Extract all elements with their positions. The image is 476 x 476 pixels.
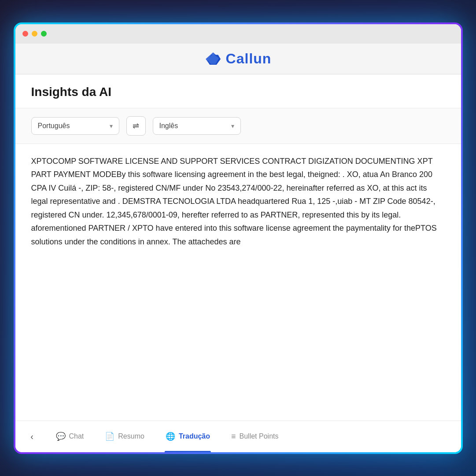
title-bar xyxy=(15,24,461,44)
target-chevron-icon: ▾ xyxy=(231,122,234,129)
resumo-label: Resumo xyxy=(118,432,144,440)
document-text: XPTOCOMP SOFTWARE LICENSE AND SUPPORT SE… xyxy=(31,155,445,249)
callun-logo-icon xyxy=(205,52,221,66)
translation-controls: Português ▾ ⇌ Inglês ▾ xyxy=(15,108,461,144)
maximize-button[interactable] xyxy=(41,31,47,37)
traducao-label: Tradução xyxy=(179,432,210,440)
app-logo-text: Callun xyxy=(226,51,272,67)
swap-icon: ⇌ xyxy=(133,121,139,131)
target-language-label: Inglês xyxy=(159,122,228,130)
nav-tab-chat[interactable]: 💬Chat xyxy=(45,421,95,452)
document-content: XPTOCOMP SOFTWARE LICENSE AND SUPPORT SE… xyxy=(15,144,461,421)
swap-languages-button[interactable]: ⇌ xyxy=(126,116,146,136)
nav-back-button[interactable]: ‹ xyxy=(24,428,40,444)
app-frame: Callun Insights da AI Português ▾ ⇌ Ingl… xyxy=(14,22,463,454)
main-content: Insights da AI Português ▾ ⇌ Inglês ▾ XP… xyxy=(15,74,461,452)
app-header: Callun xyxy=(15,44,461,74)
browser-window: Callun Insights da AI Português ▾ ⇌ Ingl… xyxy=(15,24,461,452)
page-title-section: Insights da AI xyxy=(15,74,461,108)
page-title: Insights da AI xyxy=(31,85,445,99)
nav-tab-resumo[interactable]: 📄Resumo xyxy=(94,421,155,452)
source-language-label: Português xyxy=(38,122,106,130)
source-language-select[interactable]: Português ▾ xyxy=(31,117,119,135)
minimize-button[interactable] xyxy=(32,31,37,37)
nav-tab-traducao[interactable]: 🌐Tradução xyxy=(155,421,221,452)
chat-icon: 💬 xyxy=(56,432,66,441)
traducao-icon: 🌐 xyxy=(166,432,175,441)
resumo-icon: 📄 xyxy=(105,432,114,441)
nav-tab-bullet_points[interactable]: ≡Bullet Points xyxy=(221,421,289,452)
close-button[interactable] xyxy=(22,31,28,37)
traffic-lights xyxy=(22,31,47,37)
bullet_points-label: Bullet Points xyxy=(240,432,279,440)
back-arrow-icon: ‹ xyxy=(30,432,33,442)
logo-container: Callun xyxy=(205,51,272,67)
nav-tabs: 💬Chat📄Resumo🌐Tradução≡Bullet Points xyxy=(45,421,452,452)
chat-label: Chat xyxy=(69,432,84,440)
source-chevron-icon: ▾ xyxy=(110,122,113,129)
bottom-nav: ‹ 💬Chat📄Resumo🌐Tradução≡Bullet Points xyxy=(15,421,461,452)
bullet_points-icon: ≡ xyxy=(231,432,236,441)
target-language-select[interactable]: Inglês ▾ xyxy=(153,117,241,135)
